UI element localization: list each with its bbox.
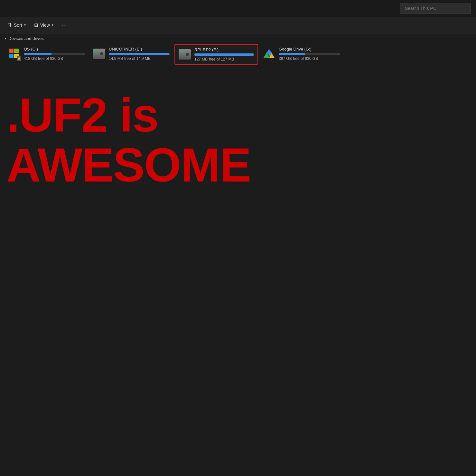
drive-bar-fill-e xyxy=(109,53,169,55)
view-label: View xyxy=(40,23,50,28)
drives-area: 🔒 OS (C:) 418 GB free of 930 GB xyxy=(0,42,476,68)
view-chevron-icon: ▾ xyxy=(52,23,53,27)
drive-info-f: RPI-RP2 (F:) 127 MB free of 127 MB xyxy=(194,47,254,61)
search-input[interactable] xyxy=(400,3,471,14)
drive-bar-f xyxy=(194,53,254,56)
hdd-led-icon xyxy=(181,51,182,52)
view-button[interactable]: ⊞ View ▾ xyxy=(31,21,57,30)
more-label: ··· xyxy=(62,22,69,28)
sort-chevron-icon: ▾ xyxy=(24,23,26,27)
sort-icon: ⇅ xyxy=(8,22,12,28)
drive-bar-fill-c xyxy=(24,53,51,55)
lock-icon: 🔒 xyxy=(17,56,21,61)
drive-name-c: OS (C:) xyxy=(24,47,85,51)
svg-rect-1 xyxy=(14,49,19,53)
drive-bar-e xyxy=(109,53,170,55)
drive-item-e[interactable]: UNICORNER (E:) 14.9 MB free of 14.9 MB xyxy=(89,44,173,63)
drive-info-g: Google Drive (G:) 397 GB free of 930 GB xyxy=(279,47,340,61)
more-button[interactable]: ··· xyxy=(59,20,72,30)
drive-free-c: 418 GB free of 930 GB xyxy=(24,56,85,61)
drive-bar-fill-f xyxy=(194,53,254,56)
drive-free-f: 127 MB free of 127 MB xyxy=(194,57,254,61)
svg-rect-2 xyxy=(9,54,14,58)
drive-bar-g xyxy=(279,53,340,55)
drive-item-g[interactable]: Google Drive (G:) 397 GB free of 930 GB xyxy=(259,44,343,63)
hdd-icon xyxy=(179,49,191,60)
drive-free-g: 397 GB free of 930 GB xyxy=(279,56,340,61)
view-icon: ⊞ xyxy=(34,22,38,28)
drive-free-e: 14.9 MB free of 14.9 MB xyxy=(109,56,170,61)
drive-name-g: Google Drive (G:) xyxy=(279,47,340,51)
devices-section-header: ▾ Devices and drives xyxy=(0,33,476,42)
overlay-text: .UF2 is AWESOME xyxy=(0,90,257,190)
drive-info-e: UNICORNER (E:) 14.9 MB free of 14.9 MB xyxy=(109,47,170,61)
drive-bar-fill-g xyxy=(279,53,305,55)
drive-name-e: UNICORNER (E:) xyxy=(109,47,170,51)
drive-icon-hdd-e xyxy=(93,47,106,60)
hdd-icon xyxy=(93,49,105,59)
drive-icon-os: 🔒 xyxy=(8,47,21,60)
chevron-icon: ▾ xyxy=(5,36,6,41)
top-bar xyxy=(0,0,476,17)
overlay-line1: .UF2 is xyxy=(6,90,251,140)
hdd-led-icon xyxy=(95,50,97,52)
drive-info-c: OS (C:) 418 GB free of 930 GB xyxy=(24,47,85,61)
toolbar: ⇅ Sort ▾ ⊞ View ▾ ··· xyxy=(0,17,476,33)
devices-section-label: Devices and drives xyxy=(8,36,44,41)
drive-name-f: RPI-RP2 (F:) xyxy=(194,47,254,52)
sort-label: Sort xyxy=(14,23,22,28)
drive-bar-c xyxy=(24,53,85,55)
overlay-line2: AWESOME xyxy=(6,140,251,190)
drive-item-c[interactable]: 🔒 OS (C:) 418 GB free of 930 GB xyxy=(5,44,88,63)
sort-button[interactable]: ⇅ Sort ▾ xyxy=(5,21,29,30)
drive-icon-gdrive xyxy=(263,47,275,60)
drive-icon-hdd-f xyxy=(178,48,191,61)
svg-rect-0 xyxy=(9,49,14,53)
drive-item-f[interactable]: RPI-RP2 (F:) 127 MB free of 127 MB xyxy=(174,44,258,65)
